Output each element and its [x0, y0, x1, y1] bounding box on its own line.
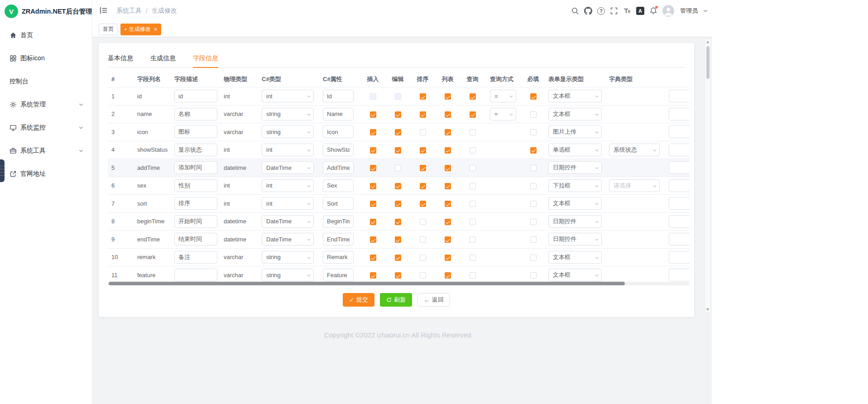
csharp-type-select[interactable]: string [262, 108, 314, 120]
help-icon[interactable]: ? [597, 7, 605, 15]
query-type-select[interactable]: = [490, 90, 516, 102]
user-dropdown-chevron-icon[interactable] [703, 8, 708, 14]
search-icon[interactable] [571, 7, 579, 15]
layout-drawer-handle[interactable] [0, 159, 5, 182]
list-checkbox[interactable] [445, 165, 451, 171]
sidebar-item-website[interactable]: 官网地址 [0, 162, 92, 185]
insert-checkbox[interactable] [370, 201, 376, 207]
sidebar-toggle-icon[interactable] [99, 6, 109, 16]
tab-generate-info[interactable]: 生成信息 [150, 49, 176, 67]
csharp-type-select[interactable]: int [262, 179, 314, 192]
scroll-down-arrow-icon[interactable] [706, 308, 709, 311]
horizontal-scrollbar[interactable] [108, 282, 690, 285]
sidebar-item-system-management[interactable]: 系统管理 [0, 93, 92, 116]
csharp-type-select[interactable]: DateTime [262, 233, 314, 245]
required-checkbox[interactable] [530, 147, 537, 154]
query-checkbox[interactable] [470, 93, 476, 100]
csharp-property-input[interactable] [323, 108, 354, 120]
edit-checkbox[interactable] [395, 201, 401, 207]
edit-checkbox[interactable] [395, 272, 401, 279]
csharp-property-input[interactable] [323, 251, 354, 264]
sort-checkbox[interactable] [420, 147, 426, 154]
display-type-select[interactable]: 图片上传 [548, 125, 602, 138]
sort-checkbox[interactable] [420, 129, 426, 135]
query-checkbox[interactable] [470, 183, 476, 189]
edit-checkbox[interactable] [395, 219, 401, 225]
clipped-extra-input[interactable] [669, 233, 690, 245]
user-avatar[interactable] [662, 5, 674, 17]
vertical-scrollbar-thumb[interactable] [706, 46, 710, 79]
query-checkbox[interactable] [470, 255, 476, 261]
required-checkbox[interactable] [530, 236, 537, 243]
close-icon[interactable]: × [154, 26, 158, 32]
horizontal-scrollbar-thumb[interactable] [109, 282, 625, 285]
display-type-select[interactable]: 下拉框 [548, 179, 602, 192]
csharp-property-input[interactable] [323, 233, 354, 245]
display-type-select[interactable]: 日期控件 [548, 215, 602, 228]
list-checkbox[interactable] [445, 272, 451, 279]
column-description-input[interactable] [174, 144, 217, 156]
column-description-input[interactable] [174, 161, 217, 174]
query-type-select[interactable]: = [490, 108, 516, 120]
sort-checkbox[interactable] [420, 219, 426, 225]
sort-checkbox[interactable] [420, 255, 426, 261]
query-checkbox[interactable] [470, 272, 476, 279]
csharp-type-select[interactable]: string [262, 251, 314, 264]
display-type-select[interactable]: 文本框 [548, 269, 602, 281]
list-checkbox[interactable] [445, 255, 451, 261]
csharp-type-select[interactable]: DateTime [262, 215, 314, 228]
edit-checkbox[interactable] [395, 129, 401, 135]
refresh-button[interactable]: 刷新 [380, 293, 412, 307]
column-description-input[interactable] [174, 251, 217, 264]
column-description-input[interactable] [174, 108, 217, 120]
query-checkbox[interactable] [470, 165, 476, 171]
query-checkbox[interactable] [470, 111, 476, 118]
query-checkbox[interactable] [470, 129, 476, 135]
sidebar-item-home[interactable]: 首页 [0, 24, 92, 47]
dict-type-select[interactable]: 请选择 [609, 179, 660, 192]
query-checkbox[interactable] [470, 147, 476, 154]
query-checkbox[interactable] [470, 201, 476, 207]
edit-checkbox[interactable] [395, 165, 401, 171]
sidebar-item-system-tools[interactable]: 系统工具 [0, 139, 92, 162]
sort-checkbox[interactable] [420, 272, 426, 279]
edit-checkbox[interactable] [395, 255, 401, 261]
display-type-select[interactable]: 文本框 [548, 90, 602, 102]
csharp-property-input[interactable] [323, 161, 354, 174]
insert-checkbox[interactable] [370, 165, 376, 171]
list-checkbox[interactable] [445, 147, 451, 154]
sort-checkbox[interactable] [420, 111, 426, 118]
sidebar-item-console[interactable]: 控制台 [0, 70, 92, 93]
username[interactable]: 管理员 [680, 7, 698, 15]
tab-field-info[interactable]: 字段信息 [193, 49, 218, 67]
csharp-property-input[interactable] [323, 90, 354, 102]
csharp-property-input[interactable] [323, 144, 354, 156]
insert-checkbox[interactable] [370, 236, 376, 243]
csharp-type-select[interactable]: int [262, 197, 314, 210]
insert-checkbox[interactable] [370, 272, 376, 279]
display-type-select[interactable]: 单选框 [548, 144, 602, 156]
required-checkbox[interactable] [530, 219, 537, 225]
clipped-extra-input[interactable] [669, 215, 690, 228]
list-checkbox[interactable] [445, 236, 451, 243]
required-checkbox[interactable] [530, 129, 537, 135]
csharp-property-input[interactable] [323, 179, 354, 192]
list-checkbox[interactable] [445, 129, 451, 135]
column-description-input[interactable] [174, 90, 217, 102]
sort-checkbox[interactable] [420, 93, 426, 100]
csharp-type-select[interactable]: string [262, 125, 314, 138]
clipped-extra-input[interactable] [669, 179, 690, 192]
list-checkbox[interactable] [445, 201, 451, 207]
clipped-extra-input[interactable] [669, 108, 690, 120]
edit-checkbox[interactable] [395, 236, 401, 243]
csharp-property-input[interactable] [323, 125, 354, 138]
tag-active-page[interactable]: ● 生成修改 × [120, 24, 161, 35]
edit-checkbox[interactable] [395, 183, 401, 189]
list-checkbox[interactable] [445, 111, 451, 118]
clipped-extra-input[interactable] [669, 161, 690, 174]
insert-checkbox[interactable] [370, 93, 376, 100]
required-checkbox[interactable] [530, 111, 537, 118]
column-description-input[interactable] [174, 125, 217, 138]
insert-checkbox[interactable] [370, 219, 376, 225]
clipped-extra-input[interactable] [669, 144, 690, 156]
